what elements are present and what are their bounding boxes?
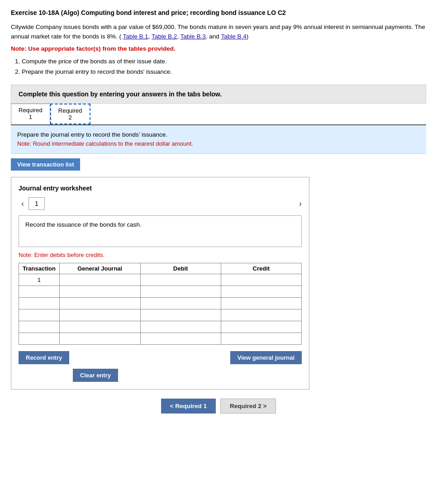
row5-debit-input[interactable] [143, 323, 218, 330]
nav-row: ‹ 1 › [19, 197, 302, 210]
action-row-2: Clear entry [73, 369, 302, 382]
task-list: Compute the price of the bonds as of the… [22, 57, 426, 77]
col-header-transaction: Transaction [19, 263, 60, 274]
row1-debit[interactable] [140, 274, 221, 286]
col-header-credit: Credit [221, 263, 301, 274]
journal-worksheet-box: Journal entry worksheet ‹ 1 › Record the… [11, 177, 309, 390]
row5-journal-input[interactable] [62, 323, 138, 330]
row3-journal-input[interactable] [62, 300, 138, 307]
journal-worksheet-title: Journal entry worksheet [19, 185, 302, 192]
row2-credit[interactable] [221, 286, 301, 298]
note-red: Note: Use appropriate factor(s) from the… [11, 45, 426, 52]
row4-journal[interactable] [59, 309, 140, 321]
tab-note-text: Note: Round intermediate calculations to… [17, 139, 420, 149]
row6-credit-input[interactable] [224, 335, 299, 342]
task-2: Prepare the journal entry to record the … [22, 67, 426, 77]
row5-transaction [19, 321, 60, 333]
col-header-debit: Debit [140, 263, 221, 274]
bottom-nav: < Required 1 Required 2 > [11, 399, 426, 414]
row4-debit-input[interactable] [143, 312, 218, 319]
row3-transaction [19, 298, 60, 309]
note-entry-red: Note: Enter debits before credits. [19, 252, 302, 258]
problem-text-main: Citywide Company issues bonds with a par… [11, 24, 425, 40]
row2-credit-input[interactable] [224, 288, 299, 295]
clear-entry-button[interactable]: Clear entry [73, 369, 118, 382]
table-row [19, 309, 302, 321]
exercise-title: Exercise 10-18A (Algo) Computing bond in… [11, 9, 426, 16]
row4-journal-input[interactable] [62, 312, 138, 319]
btn-required-1[interactable]: < Required 1 [161, 399, 216, 414]
row3-journal[interactable] [59, 298, 140, 309]
row6-debit-input[interactable] [143, 335, 218, 342]
row5-credit-input[interactable] [224, 323, 299, 330]
view-general-journal-button[interactable]: View general journal [230, 351, 302, 364]
description-box: Record the issuance of the bonds for cas… [19, 215, 302, 247]
nav-right-arrow[interactable]: › [299, 199, 302, 209]
tab-1-sublabel: 1 [19, 114, 43, 120]
row2-debit-input[interactable] [143, 288, 218, 295]
tab-content-text: Prepare the journal entry to record the … [17, 130, 420, 140]
table-row [19, 298, 302, 309]
row2-journal[interactable] [59, 286, 140, 298]
table-b2-link[interactable]: Table B.2 [152, 33, 177, 40]
action-row-1: Record entry View general journal [19, 351, 302, 364]
row1-journal[interactable] [59, 274, 140, 286]
tabs-row: Required 1 Required 2 [11, 104, 426, 125]
row4-credit-input[interactable] [224, 312, 299, 319]
row4-debit[interactable] [140, 309, 221, 321]
tab-1-label: Required [19, 107, 43, 114]
problem-text: Citywide Company issues bonds with a par… [11, 23, 426, 42]
nav-number-box: 1 [28, 197, 45, 210]
row4-transaction [19, 309, 60, 321]
row6-credit[interactable] [221, 333, 301, 345]
nav-left-arrow[interactable]: ‹ [19, 199, 27, 209]
row5-journal[interactable] [59, 321, 140, 333]
row1-journal-input[interactable] [62, 276, 138, 283]
row5-credit[interactable] [221, 321, 301, 333]
row1-debit-input[interactable] [143, 276, 218, 283]
row2-transaction [19, 286, 60, 298]
tab-required-2[interactable]: Required 2 [50, 104, 90, 124]
tab-2-sublabel: 2 [58, 114, 82, 121]
view-transaction-list-button[interactable]: View transaction list [11, 158, 80, 171]
col-header-general-journal: General Journal [59, 263, 140, 274]
record-entry-button[interactable]: Record entry [19, 351, 69, 364]
row6-transaction [19, 333, 60, 345]
row6-journal[interactable] [59, 333, 140, 345]
tab-required-1[interactable]: Required 1 [11, 104, 50, 124]
btn-required-2[interactable]: Required 2 > [220, 399, 276, 414]
table-row [19, 333, 302, 345]
journal-table: Transaction General Journal Debit Credit… [19, 263, 302, 345]
row2-debit[interactable] [140, 286, 221, 298]
tab-content-area: Prepare the journal entry to record the … [11, 125, 426, 154]
row6-debit[interactable] [140, 333, 221, 345]
row3-credit-input[interactable] [224, 300, 299, 307]
row3-debit[interactable] [140, 298, 221, 309]
table-row [19, 286, 302, 298]
row1-credit-input[interactable] [224, 276, 299, 283]
task-1: Compute the price of the bonds as of the… [22, 57, 426, 67]
instructions-box: Complete this question by entering your … [11, 85, 426, 104]
row1-transaction: 1 [19, 274, 60, 286]
row5-debit[interactable] [140, 321, 221, 333]
row2-journal-input[interactable] [62, 288, 138, 295]
tab-2-label: Required [58, 107, 82, 114]
row4-credit[interactable] [221, 309, 301, 321]
row6-journal-input[interactable] [62, 335, 138, 342]
row3-credit[interactable] [221, 298, 301, 309]
table-b3-link[interactable]: Table B.3 [180, 33, 206, 40]
table-b4-link[interactable]: Table B.4 [221, 33, 246, 40]
table-b1-link[interactable]: Table B.1 [123, 33, 148, 40]
table-row: 1 [19, 274, 302, 286]
table-row [19, 321, 302, 333]
row3-debit-input[interactable] [143, 300, 218, 307]
row1-credit[interactable] [221, 274, 301, 286]
